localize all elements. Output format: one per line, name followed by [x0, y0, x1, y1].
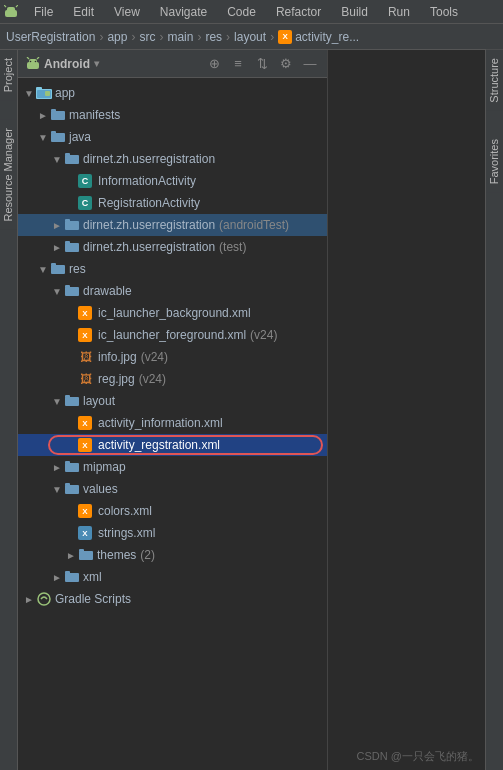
- expand-pkg3[interactable]: ►: [50, 240, 64, 254]
- expand-manifests[interactable]: ►: [36, 108, 50, 122]
- xml-icon-ic-bg: X: [78, 306, 92, 320]
- svg-rect-35: [65, 485, 79, 494]
- android-icon: [26, 57, 40, 71]
- breadcrumb-res[interactable]: res: [205, 30, 222, 44]
- svg-rect-28: [51, 263, 56, 266]
- expand-java[interactable]: ▼: [36, 130, 50, 144]
- panel-dropdown-arrow[interactable]: ▾: [94, 58, 99, 69]
- folder-icon-values: [64, 481, 80, 497]
- tree-item-strings-xml[interactable]: ► X strings.xml: [18, 522, 327, 544]
- tree-item-pkg3[interactable]: ► dirnet.zh.userregistration (test): [18, 236, 327, 258]
- svg-rect-16: [45, 91, 50, 96]
- tree-view: ▼ app ►: [18, 78, 327, 770]
- tab-project[interactable]: Project: [0, 50, 17, 100]
- tree-item-reg-jpg[interactable]: ► 🖼 reg.jpg (v24): [18, 368, 327, 390]
- folder-icon-app: [36, 85, 52, 101]
- expand-res[interactable]: ▼: [36, 262, 50, 276]
- tab-resource-manager[interactable]: Resource Manager: [0, 120, 17, 230]
- breadcrumb-project[interactable]: UserRegistration: [6, 30, 95, 44]
- svg-rect-36: [65, 483, 70, 486]
- expand-gradle[interactable]: ►: [22, 592, 36, 606]
- tree-item-java[interactable]: ▼ java: [18, 126, 327, 148]
- menu-edit[interactable]: Edit: [69, 5, 98, 19]
- folder-icon-xml: [64, 569, 80, 585]
- class-icon-info: C: [78, 174, 92, 188]
- label-pkg2-suffix: (androidTest): [219, 218, 289, 232]
- tree-item-mipmap[interactable]: ► mipmap: [18, 456, 327, 478]
- xml-icon-colors: X: [78, 504, 92, 518]
- label-ic-fg: ic_launcher_foreground.xml: [98, 328, 246, 342]
- panel-title: Android ▾: [26, 57, 199, 71]
- svg-point-11: [35, 60, 37, 62]
- tree-item-colors-xml[interactable]: ► X colors.xml: [18, 500, 327, 522]
- expand-pkg2[interactable]: ►: [50, 218, 64, 232]
- tree-item-activity-reg-xml[interactable]: ► X activity_regstration.xml: [18, 434, 327, 456]
- tree-item-app[interactable]: ▼ app: [18, 82, 327, 104]
- tree-item-pkg2[interactable]: ► dirnet.zh.userregistration (androidTes…: [18, 214, 327, 236]
- expand-info-activity: ►: [64, 174, 78, 188]
- label-ic-fg-suffix: (v24): [250, 328, 277, 342]
- breadcrumb-file[interactable]: X activity_re...: [278, 30, 359, 44]
- list-icon[interactable]: ≡: [229, 55, 247, 73]
- expand-app[interactable]: ▼: [22, 86, 36, 100]
- tree-item-res[interactable]: ▼ res: [18, 258, 327, 280]
- expand-drawable[interactable]: ▼: [50, 284, 64, 298]
- label-themes: themes: [97, 548, 136, 562]
- tree-item-xml-folder[interactable]: ► xml: [18, 566, 327, 588]
- menu-navigate[interactable]: Navigate: [156, 5, 211, 19]
- tree-item-ic-fg[interactable]: ► X ic_launcher_foreground.xml (v24): [18, 324, 327, 346]
- menu-file[interactable]: File: [30, 5, 57, 19]
- breadcrumb-main[interactable]: main: [167, 30, 193, 44]
- expand-themes[interactable]: ►: [64, 548, 78, 562]
- tree-item-drawable[interactable]: ▼ drawable: [18, 280, 327, 302]
- menu-refactor[interactable]: Refactor: [272, 5, 325, 19]
- img-icon-info: 🖼: [78, 349, 94, 365]
- menu-view[interactable]: View: [110, 5, 144, 19]
- label-res: res: [69, 262, 86, 276]
- tree-item-info-jpg[interactable]: ► 🖼 info.jpg (v24): [18, 346, 327, 368]
- svg-rect-37: [79, 551, 93, 560]
- expand-xml-folder[interactable]: ►: [50, 570, 64, 584]
- tab-structure[interactable]: Structure: [486, 50, 503, 111]
- tree-item-activity-info-xml[interactable]: ► X activity_information.xml: [18, 412, 327, 434]
- menu-tools[interactable]: Tools: [426, 5, 462, 19]
- gradle-icon: [36, 591, 52, 607]
- expand-mipmap[interactable]: ►: [50, 460, 64, 474]
- label-pkg3: dirnet.zh.userregistration: [83, 240, 215, 254]
- tree-item-reg-activity[interactable]: ► C RegistrationActivity: [18, 192, 327, 214]
- menu-code[interactable]: Code: [223, 5, 260, 19]
- label-layout: layout: [83, 394, 115, 408]
- tree-item-gradle[interactable]: ► Gradle Scripts: [18, 588, 327, 610]
- tree-item-info-activity[interactable]: ► C InformationActivity: [18, 170, 327, 192]
- svg-rect-40: [65, 571, 70, 574]
- tree-item-pkg1[interactable]: ▼ dirnet.zh.userregistration: [18, 148, 327, 170]
- tree-item-layout[interactable]: ▼ layout: [18, 390, 327, 412]
- tree-item-ic-bg[interactable]: ► X ic_launcher_background.xml: [18, 302, 327, 324]
- sort-icon[interactable]: ⇅: [253, 55, 271, 73]
- svg-rect-32: [65, 395, 70, 398]
- tree-item-themes[interactable]: ► themes (2): [18, 544, 327, 566]
- expand-layout[interactable]: ▼: [50, 394, 64, 408]
- menu-build[interactable]: Build: [337, 5, 372, 19]
- svg-rect-19: [51, 133, 65, 142]
- tab-favorites[interactable]: Favorites: [486, 131, 503, 192]
- globe-icon[interactable]: ⊕: [205, 55, 223, 73]
- svg-rect-23: [65, 221, 79, 230]
- breadcrumb-src[interactable]: src: [139, 30, 155, 44]
- breadcrumb-sep-2: ›: [131, 30, 135, 44]
- tree-item-values[interactable]: ▼ values: [18, 478, 327, 500]
- menu-bar: File Edit View Navigate Code Refactor Bu…: [0, 0, 503, 24]
- label-strings-xml: strings.xml: [98, 526, 155, 540]
- settings-icon[interactable]: ⚙: [277, 55, 295, 73]
- breadcrumb-app[interactable]: app: [107, 30, 127, 44]
- expand-values[interactable]: ▼: [50, 482, 64, 496]
- minimize-icon[interactable]: —: [301, 55, 319, 73]
- tree-item-manifests[interactable]: ► manifests: [18, 104, 327, 126]
- svg-rect-31: [65, 397, 79, 406]
- menu-run[interactable]: Run: [384, 5, 414, 19]
- svg-rect-24: [65, 219, 70, 222]
- breadcrumb-sep-4: ›: [197, 30, 201, 44]
- breadcrumb-layout[interactable]: layout: [234, 30, 266, 44]
- svg-rect-17: [51, 111, 65, 120]
- expand-pkg1[interactable]: ▼: [50, 152, 64, 166]
